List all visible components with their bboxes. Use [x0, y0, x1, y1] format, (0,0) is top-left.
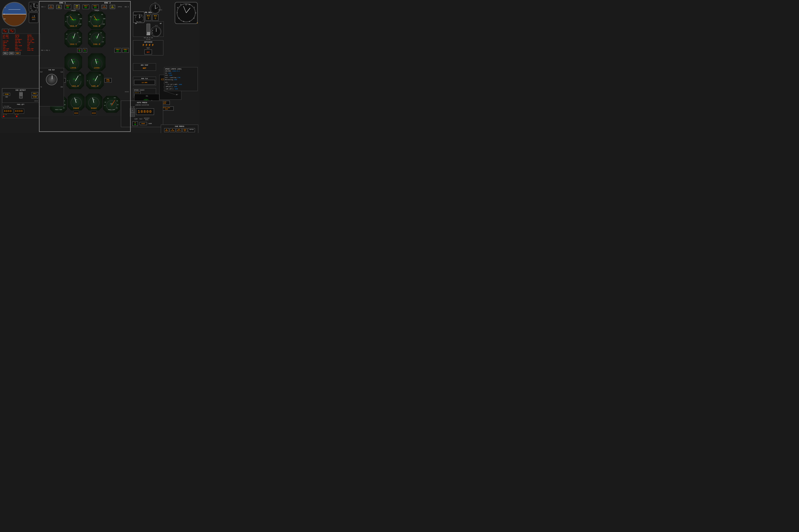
fault-off-btn-1[interactable]: FAULT OFF	[65, 4, 71, 9]
ann-prop-brk: PROP BRK	[15, 42, 27, 43]
arm-btn[interactable]: ARM OFF	[74, 4, 80, 9]
up-trim-btn-1[interactable]: UP TRIM	[56, 5, 61, 9]
vfe-ldg35-val: 150K	[175, 88, 178, 90]
ice-detect-section: ICE DETECT ICING AOA FAULT ICING	[2, 88, 39, 103]
fuel-clos-btn-2[interactable]: FUEL CLOS	[104, 78, 112, 83]
ann-elec-smk: ELEC SMK	[3, 40, 15, 42]
nh-nl2-digits: 18R.8	[86, 85, 104, 87]
ssl-cn-btn-1[interactable]: SSL CN	[77, 48, 81, 53]
no-smkg-btn[interactable]: NO SMKG	[164, 128, 169, 132]
svg-text:130: 130	[79, 23, 81, 25]
svg-text:120: 120	[35, 10, 37, 11]
eng2-label: ENG 2	[104, 2, 111, 4]
vfe-app25-val: 160K	[174, 86, 177, 88]
svg-text:60: 60	[36, 5, 37, 6]
torque1-gauge: TORQUE 20 0 80 100 130 188.8	[65, 12, 82, 29]
to-label: TO	[40, 86, 42, 88]
test-label: TEST	[139, 118, 142, 120]
ice-detect-switch[interactable]	[19, 92, 23, 98]
eng1-label: ENG 1	[59, 2, 66, 4]
antiskid-test-label: TEST	[134, 48, 162, 49]
svg-text:40: 40	[116, 107, 117, 109]
unlk-ind-3: UNLK ▽	[152, 14, 159, 21]
elv-plus-btn[interactable]: +	[130, 108, 135, 112]
vfe-to-val: 180K	[179, 84, 182, 85]
ice-detect-title: ICE DETECT	[3, 89, 38, 91]
svg-text:100: 100	[99, 74, 101, 76]
torque2-label: TORQUE	[94, 10, 99, 11]
clr-btn[interactable]: CLR	[9, 52, 14, 55]
rcl-btn[interactable]: RCL	[3, 52, 8, 55]
ann-flaps-unlk: FLAPS UNLK	[27, 42, 39, 43]
svg-text:0: 0	[152, 31, 152, 32]
brk-temp-section: BRK TEMP HOT	[133, 63, 156, 71]
gear-lever[interactable]	[146, 24, 150, 35]
eng2-fire-text: FIRE	[10, 31, 14, 33]
max-ap-label: MAX ΔP AT LDG35 PSI	[133, 37, 164, 40]
pwr-mgt-section: PWR MGT MCT CLB TO CRZ	[39, 68, 64, 107]
de-icing-btn[interactable]: DE ICING	[170, 128, 176, 132]
fault-off-btn-2[interactable]: FAULT OFF	[83, 4, 89, 9]
pwr-mgt-knob[interactable]	[46, 74, 57, 85]
eec2-label: EEC 2	[125, 6, 129, 8]
inhi-btn[interactable]: INHI	[15, 52, 20, 55]
svg-text:C000: C000	[95, 61, 98, 63]
up-trim-btn-2[interactable]: UP TRIM	[110, 5, 115, 9]
svg-text:35°: 35°	[176, 94, 178, 95]
oil2-gauge: OIL 40 60 80 100 80 60 40 PRESS TEMP	[103, 96, 120, 113]
svg-text:3: 3	[194, 17, 195, 19]
ann-mfc: MFC	[3, 43, 15, 45]
vlo-ret-label: Retracting	[165, 79, 173, 80]
dump-label: DUMP	[134, 118, 138, 120]
svg-text:250: 250	[30, 6, 32, 7]
torque2-gauge: TORQUE 20 0 80 100 130 188.8	[88, 12, 106, 29]
ann-eng2-oil: ENG 2 OILNAC 2 OVHT	[27, 37, 39, 40]
lo-pitch-btn-1[interactable]: LO PITCH	[48, 5, 54, 9]
itt1-gauge: ITT C000 1888	[65, 53, 82, 71]
404vu-label: 404VU	[158, 9, 162, 11]
fault-off-pec1[interactable]: FAULT OFF	[114, 48, 121, 53]
antiskid-off-btn[interactable]: OFF	[144, 50, 152, 54]
401vu-label: 401VU	[125, 91, 129, 93]
eng-fire-section: ENG 1 FIRE ENG 2 FIRE	[2, 29, 15, 33]
cab-press-section: CAB PRESS NO SMKG DE ICING SEAT BELTS PR…	[161, 125, 198, 133]
svg-text:130: 130	[102, 23, 105, 25]
itt2-gauge: ITT C000 1888	[88, 53, 106, 71]
antiskid-f3: F	[149, 44, 150, 47]
atpcs-label: ATPCS	[118, 6, 122, 8]
svg-text:160: 160	[31, 10, 33, 11]
ann-elec: ELEC	[15, 46, 27, 48]
elv-minus-btn[interactable]: -	[130, 113, 135, 117]
lo-spd-btn[interactable]: LO SPD	[134, 80, 155, 85]
svg-text:60: 60	[117, 104, 119, 106]
icing-btn[interactable]: ICING	[5, 94, 8, 95]
svg-line-92	[163, 91, 175, 95]
np1-digits: 188:1	[65, 43, 82, 45]
fuel-qty-title: FUEL QTY	[3, 103, 38, 105]
svg-text:80: 80	[101, 32, 102, 34]
lo-pitch-btn-2[interactable]: LO PITCH	[102, 5, 107, 9]
vmo-mmo-label: VMO/MMO:	[165, 70, 171, 72]
nh-nl1-gauge: NH-NL 0 100 188.8	[67, 72, 84, 89]
ann-fuel: FUEL	[3, 46, 15, 48]
ice-detect-405vu: 405VU	[34, 100, 38, 102]
fault-off-pec2[interactable]: FAULT OFF	[122, 48, 129, 53]
svg-text:100: 100	[79, 74, 81, 76]
fault-off-btn-3[interactable]: FAULT OFF	[92, 4, 99, 9]
ditch-btn[interactable]: DITCH	[188, 128, 195, 132]
ann-efis-comp: EFIS COMP	[27, 48, 39, 50]
ssl-cn-btn-2[interactable]: SSL CN	[83, 48, 87, 53]
alt-gauge-top-right: ALT 0	[150, 2, 161, 14]
norm-label: NORM	[148, 123, 152, 125]
prop-brk-btn[interactable]: PROP BRK	[182, 128, 187, 132]
fault-icing-btn[interactable]: ICING	[33, 96, 37, 98]
on-btn[interactable]: ON ON	[132, 121, 138, 126]
fast-btn[interactable]: FAST	[140, 122, 147, 125]
lo-lvl-1: LO LVL	[3, 114, 7, 115]
svg-text:7: 7	[177, 12, 178, 14]
clock-gauge-right: 12 1 2 3 4 5 6 7 8 9 10	[175, 2, 198, 24]
stick-title: STICK	[134, 89, 139, 91]
nh-nl2-gauge: NH-NL 0 100 18R.8	[86, 72, 104, 89]
cab-press-title: CAB PRESS	[162, 126, 197, 128]
seat-belts-btn[interactable]: SEAT BELTS	[176, 128, 182, 132]
